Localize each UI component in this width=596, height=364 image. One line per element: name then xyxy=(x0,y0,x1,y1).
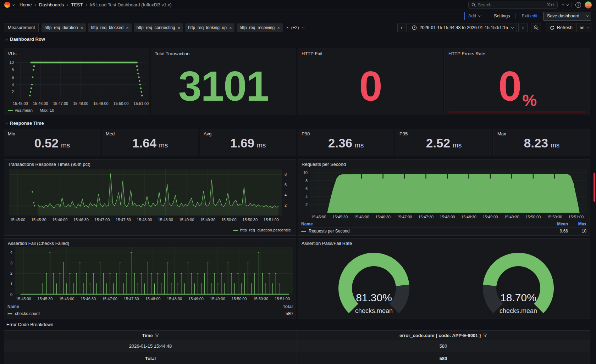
series-swatch xyxy=(301,231,306,232)
filter-chip[interactable]: http_req_blocked× xyxy=(88,23,132,32)
panel-assertion-pass-fail: Assertion Pass/Fail Rate 81.30% checks.m… xyxy=(298,238,590,319)
more-filters-toggle[interactable]: × (+2) xyxy=(286,25,304,30)
filter-bar: Measurement http_req_duration× http_req_… xyxy=(0,22,596,33)
add-menu-button[interactable]: + xyxy=(561,1,568,9)
panel-title[interactable]: Total Transaction xyxy=(155,51,189,56)
panel-title[interactable]: Requests per Second xyxy=(302,162,346,167)
panel-title[interactable]: Avg xyxy=(204,131,211,136)
org-switcher-chevron-icon[interactable] xyxy=(12,3,15,6)
remove-filter-icon[interactable]: × xyxy=(277,25,280,30)
refresh-interval-button[interactable]: 5s xyxy=(576,23,592,32)
page-scrollbar[interactable] xyxy=(594,0,596,364)
filter-chip[interactable]: http_req_connecting× xyxy=(134,23,183,32)
refresh-group: Refresh 5s xyxy=(546,23,592,32)
svg-text:15:46:30: 15:46:30 xyxy=(73,218,89,222)
filter-chip[interactable]: http_req_looking_up× xyxy=(185,23,234,32)
svg-text:2: 2 xyxy=(12,90,14,94)
edit-toolbar: Add Settings Exit edit Save dashboard xyxy=(0,10,596,22)
breadcrumb-current: k6 Load Test Dashboard (InfluxDB v1.x) xyxy=(90,2,172,7)
panel-title[interactable]: P95 xyxy=(399,131,408,136)
panel-title[interactable]: Transactions Response Times (95th pct) xyxy=(8,162,90,167)
panel-title[interactable]: Max xyxy=(497,131,506,136)
search-icon xyxy=(471,3,476,7)
scrollbar-thumb[interactable] xyxy=(594,173,595,202)
legend-col-mean[interactable]: Mean xyxy=(540,222,568,226)
svg-text:15:51:00: 15:51:00 xyxy=(275,297,290,301)
series-label[interactable]: vus.mean xyxy=(15,108,33,112)
panel-title[interactable]: Assertion Pass/Fail Rate xyxy=(302,241,352,246)
svg-text:15:46:00: 15:46:00 xyxy=(354,215,369,219)
time-shift-back-button[interactable]: ‹ xyxy=(397,23,407,32)
search-input[interactable] xyxy=(478,2,544,7)
gauge-label: checks.mean xyxy=(472,307,564,315)
panel-title[interactable]: P90 xyxy=(302,131,310,136)
http-fail-value: 0 xyxy=(298,57,443,115)
transactions-chart: 15:45:0015:45:3015:46:0015:46:3015:47:00… xyxy=(4,159,297,236)
series-label[interactable]: http_req_duration.percentile xyxy=(240,228,291,232)
search-box[interactable]: ⌘+k xyxy=(468,1,558,9)
section-response-time[interactable]: Response Time xyxy=(5,121,44,126)
panel-title[interactable]: VUs xyxy=(8,51,17,56)
zoom-out-button[interactable] xyxy=(531,23,541,32)
refresh-button[interactable]: Refresh xyxy=(546,23,576,32)
panel-vus: VUs 15:45:0015:46:0015:47:0015:48:0015:4… xyxy=(4,49,149,115)
svg-text:15:51:00: 15:51:00 xyxy=(264,218,279,222)
zoom-out-icon xyxy=(534,25,539,30)
col-header-error-code[interactable]: error_code.sum { code: APP-E-9001 } xyxy=(297,331,590,340)
measurement-label[interactable]: Measurement xyxy=(4,23,39,32)
svg-text:15:50:00: 15:50:00 xyxy=(114,101,129,106)
filter-chip[interactable]: http_req_duration× xyxy=(42,23,86,32)
exit-edit-button[interactable]: Exit edit xyxy=(519,13,539,18)
svg-text:15:49:00: 15:49:00 xyxy=(188,297,204,301)
grafana-logo-icon[interactable] xyxy=(4,2,10,8)
panel-title[interactable]: Min xyxy=(8,131,15,136)
add-panel-button[interactable]: Add xyxy=(464,12,484,20)
legend-col-max[interactable]: Max xyxy=(568,222,586,226)
svg-text:15:45:30: 15:45:30 xyxy=(38,297,53,301)
filter-chip[interactable]: http_req_receiving× xyxy=(237,23,282,32)
breadcrumb-folder[interactable]: TEST xyxy=(71,2,83,7)
legend-col-name[interactable]: Name xyxy=(7,304,274,309)
col-header-time[interactable]: Time xyxy=(4,331,297,340)
remove-filter-icon[interactable]: × xyxy=(229,25,232,30)
remove-filter-icon[interactable]: × xyxy=(126,25,129,30)
legend-header: Name Total xyxy=(7,303,293,310)
remove-filter-icon[interactable]: × xyxy=(81,25,83,30)
save-dashboard-caret-button[interactable] xyxy=(583,12,591,21)
time-range-picker[interactable]: 2026-01-15 15:44:48 to 2026-01-15 15:51:… xyxy=(408,23,517,32)
svg-text:15:47:30: 15:47:30 xyxy=(418,215,434,219)
panel-title[interactable]: Assertion Fail (Checks Failed) xyxy=(8,241,69,246)
legend-col-total[interactable]: Total xyxy=(274,304,293,309)
nav-divider xyxy=(572,2,572,8)
panel-title[interactable]: Med xyxy=(106,131,115,136)
filter-icon[interactable] xyxy=(483,334,487,337)
user-avatar[interactable] xyxy=(585,1,592,9)
error-code-table: Time error_code.sum { code: APP-E-9001 }… xyxy=(4,330,590,364)
legend-col-name[interactable]: Name xyxy=(301,222,540,226)
save-dashboard-button[interactable]: Save dashboard xyxy=(543,12,583,21)
svg-text:0: 0 xyxy=(10,292,12,297)
svg-text:15:49:30: 15:49:30 xyxy=(200,218,215,222)
clear-filters-icon[interactable]: × xyxy=(286,25,289,30)
svg-text:15:48:00: 15:48:00 xyxy=(440,215,455,219)
settings-button[interactable]: Settings xyxy=(492,13,512,18)
remove-filter-icon[interactable]: × xyxy=(178,25,181,30)
breadcrumb-home[interactable]: Home xyxy=(20,2,32,7)
filter-icon[interactable] xyxy=(155,334,159,337)
series-swatch xyxy=(7,313,12,314)
svg-text:1: 1 xyxy=(10,282,12,286)
help-icon[interactable]: ? xyxy=(575,2,581,8)
series-label[interactable]: Requests per Second xyxy=(309,229,349,234)
breadcrumb-dashboards[interactable]: Dashboards xyxy=(39,2,64,7)
svg-text:15:46:00: 15:46:00 xyxy=(52,218,67,222)
svg-text:10: 10 xyxy=(10,60,14,65)
series-label[interactable]: checks.count xyxy=(15,311,40,316)
svg-text:4: 4 xyxy=(285,193,287,197)
panel-stat-p95: P95 2.52ms xyxy=(396,129,492,156)
svg-text:15:51:00: 15:51:00 xyxy=(568,215,584,219)
time-shift-forward-button[interactable]: › xyxy=(518,23,528,32)
panel-title[interactable]: HTTP Fail xyxy=(302,51,322,56)
panel-title[interactable]: HTTP Errors Rate xyxy=(448,51,485,56)
section-dashboard-row[interactable]: Dashboard Row xyxy=(5,37,45,42)
panel-assertion-fail: Assertion Fail (Checks Failed) 15:45:001… xyxy=(4,238,296,319)
